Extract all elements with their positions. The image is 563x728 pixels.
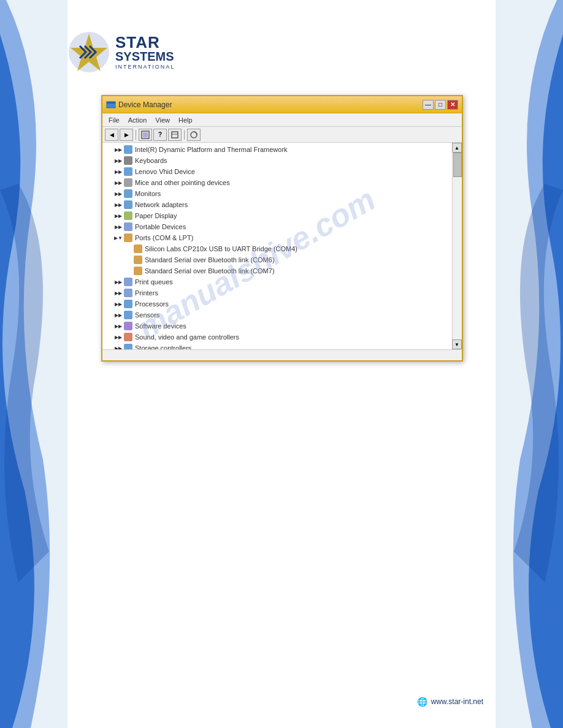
device-icon <box>123 343 133 349</box>
svg-rect-23 <box>124 289 132 297</box>
logo-text: STAR SYSTEMS INTERNATIONAL <box>115 34 175 70</box>
expand-arrow: ▶ <box>115 168 122 175</box>
list-item[interactable]: ▶Monitors <box>102 188 462 199</box>
expand-arrow: ▶ <box>115 311 122 319</box>
list-item[interactable]: ▶Portable Devices <box>102 221 462 232</box>
list-item[interactable]: ▶Processors <box>102 298 462 309</box>
list-item[interactable]: ▶Network adapters <box>102 199 462 210</box>
scrollbar-down[interactable]: ▼ <box>452 339 462 349</box>
expand-arrow: ▶ <box>115 157 122 164</box>
list-item[interactable]: ▶Lenovo Vhid Device <box>102 166 462 177</box>
toolbar-help[interactable]: ? <box>153 129 167 141</box>
device-name: Standard Serial over Bluetooth link (COM… <box>145 267 275 275</box>
star-icon <box>67 31 110 74</box>
device-name: Standard Serial over Bluetooth link (COM… <box>145 256 275 264</box>
logo: STAR SYSTEMS INTERNATIONAL <box>67 31 202 74</box>
device-icon <box>133 244 143 254</box>
scrollbar-thumb[interactable] <box>453 153 462 177</box>
menu-file[interactable]: File <box>105 115 123 125</box>
expand-arrow: ▶ <box>115 333 122 341</box>
menu-bar: File Action View Help <box>102 113 462 127</box>
list-item[interactable]: ▶Storage controllers <box>102 343 462 349</box>
device-name: Paper Display <box>135 212 177 219</box>
list-item[interactable]: Standard Serial over Bluetooth link (COM… <box>102 265 462 276</box>
list-item[interactable]: ▶Software devices <box>102 320 462 332</box>
list-item[interactable]: ▶Print queues <box>102 276 462 287</box>
device-name: Storage controllers <box>135 344 191 349</box>
close-button[interactable]: ✕ <box>447 100 458 110</box>
expand-arrow: ▶ <box>115 223 122 230</box>
device-name: Monitors <box>135 190 161 197</box>
svg-rect-25 <box>124 311 132 319</box>
svg-rect-11 <box>124 156 132 165</box>
svg-rect-17 <box>124 222 132 231</box>
window-icon <box>106 100 116 110</box>
menu-view[interactable]: View <box>151 115 174 125</box>
device-list-inner: ▶Intel(R) Dynamic Platform and Thermal F… <box>102 143 462 349</box>
device-icon <box>123 222 133 232</box>
window-title: Device Manager <box>118 100 172 109</box>
expand-arrow: ▶ <box>115 300 122 308</box>
device-icon <box>123 321 133 331</box>
toolbar-btn2[interactable] <box>168 129 182 141</box>
svg-rect-18 <box>124 233 132 242</box>
expand-arrow: ▶ <box>115 190 122 197</box>
list-item[interactable]: ▶Sound, video and game controllers <box>102 332 462 343</box>
svg-rect-12 <box>124 167 132 176</box>
device-name: Print queues <box>135 278 173 286</box>
device-icon <box>123 200 133 210</box>
title-bar-left: Device Manager <box>106 100 172 110</box>
device-name: Processors <box>135 300 169 308</box>
expand-arrow: ▶ <box>115 322 122 330</box>
svg-rect-10 <box>124 145 132 154</box>
list-item[interactable]: ▶Keyboards <box>102 155 462 166</box>
device-name: Printers <box>135 289 158 297</box>
svg-rect-26 <box>124 322 132 330</box>
list-item[interactable]: Standard Serial over Bluetooth link (COM… <box>102 254 462 265</box>
minimize-button[interactable]: — <box>423 100 434 110</box>
svg-rect-5 <box>143 132 148 137</box>
title-bar: Device Manager — □ ✕ <box>102 96 462 113</box>
list-item[interactable]: ▶Intel(R) Dynamic Platform and Thermal F… <box>102 144 462 155</box>
toolbar-refresh[interactable] <box>187 129 201 141</box>
logo-area: STAR SYSTEMS INTERNATIONAL <box>67 31 202 92</box>
svg-rect-27 <box>124 333 132 341</box>
toolbar-back[interactable]: ◀ <box>105 129 118 141</box>
svg-rect-15 <box>124 200 132 209</box>
expand-arrow: ▶ <box>115 278 122 286</box>
device-manager-window: Device Manager — □ ✕ File Action View He… <box>101 95 463 362</box>
svg-rect-13 <box>124 178 132 187</box>
toolbar-sep1 <box>136 130 136 140</box>
menu-action[interactable]: Action <box>124 115 151 125</box>
list-item[interactable]: ▶Sensors <box>102 309 462 320</box>
status-bar <box>102 349 462 360</box>
toolbar-forward[interactable]: ▶ <box>120 129 133 141</box>
device-name: Ports (COM & LPT) <box>135 234 193 241</box>
list-item[interactable]: ▼Ports (COM & LPT) <box>102 232 462 243</box>
device-list: ▶Intel(R) Dynamic Platform and Thermal F… <box>102 143 462 349</box>
logo-systems-label: SYSTEMS <box>115 50 175 63</box>
expand-arrow: ▶ <box>115 212 122 219</box>
menu-help[interactable]: Help <box>175 115 196 125</box>
device-icon <box>123 211 133 221</box>
toolbar-btn1[interactable] <box>139 129 152 141</box>
expand-arrow: ▼ <box>115 234 122 241</box>
device-name: Mice and other pointing devices <box>135 179 230 186</box>
device-name: Portable Devices <box>135 223 186 230</box>
maximize-button[interactable]: □ <box>435 100 446 110</box>
scrollbar-up[interactable]: ▲ <box>452 143 462 153</box>
list-item[interactable]: ▶Printers <box>102 287 462 298</box>
device-icon <box>123 167 133 176</box>
device-icon <box>123 178 133 188</box>
device-icon <box>123 233 133 243</box>
toolbar-sep2 <box>184 130 185 140</box>
list-item[interactable]: Silicon Labs CP210x USB to UART Bridge (… <box>102 243 462 254</box>
list-item[interactable]: ▶Paper Display <box>102 210 462 221</box>
device-icon <box>123 288 133 298</box>
device-icon <box>123 189 133 199</box>
expand-arrow: ▶ <box>115 289 122 297</box>
list-item[interactable]: ▶Mice and other pointing devices <box>102 177 462 188</box>
expand-arrow: ▶ <box>115 179 122 186</box>
scrollbar[interactable]: ▲ ▼ <box>452 143 462 349</box>
expand-arrow: ▶ <box>115 344 122 349</box>
